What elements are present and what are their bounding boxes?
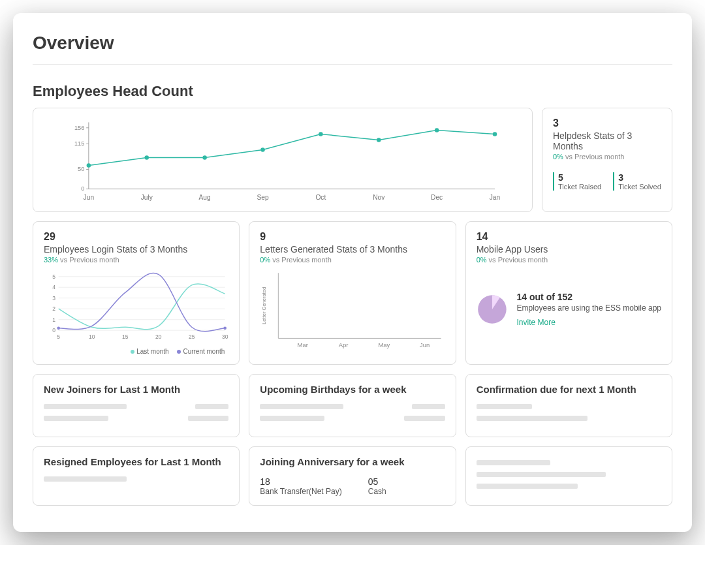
section-title: Employees Head Count bbox=[33, 83, 672, 100]
svg-text:4: 4 bbox=[52, 284, 55, 290]
pay-cash: 05 Cash bbox=[368, 476, 386, 496]
mobile-highlight: 14 out of 152 bbox=[517, 292, 661, 302]
anniversary-title: Joining Anniversary for a week bbox=[260, 456, 445, 467]
mobile-pie-row: 14 out of 152 Employees are using the ES… bbox=[477, 264, 661, 355]
svg-text:Letter Generated: Letter Generated bbox=[262, 287, 268, 324]
resigned-title: Resigned Employees for Last 1 Month bbox=[44, 456, 228, 467]
svg-point-45 bbox=[223, 327, 227, 330]
login-sub: 33% vs Previous month bbox=[44, 256, 228, 264]
svg-text:Aug: Aug bbox=[199, 194, 211, 201]
login-legend: Last month Current month bbox=[44, 345, 228, 355]
letters-card: 9 Letters Generated Stats of 3 Months 0%… bbox=[249, 221, 456, 365]
login-stats-card: 29 Employees Login Stats of 3 Months 33%… bbox=[33, 221, 240, 365]
mobile-value: 14 bbox=[477, 231, 661, 243]
helpdesk-label: Helpdesk Stats of 3 Months bbox=[553, 131, 661, 151]
svg-text:20: 20 bbox=[155, 333, 162, 340]
helpdesk-substats: 5 Ticket Raised 3 Ticket Solved bbox=[553, 172, 661, 191]
svg-text:May: May bbox=[379, 341, 390, 348]
svg-text:115: 115 bbox=[74, 140, 84, 147]
dashboard-page: Overview Employees Head Count 050115156J… bbox=[13, 13, 692, 532]
legend-dot-last bbox=[131, 350, 134, 354]
svg-point-16 bbox=[435, 128, 439, 132]
svg-text:Apr: Apr bbox=[339, 341, 349, 348]
anniversary-card: Joining Anniversary for a week 18 Bank T… bbox=[249, 446, 456, 506]
svg-point-14 bbox=[319, 132, 323, 136]
login-chart: 01234551015202530 bbox=[44, 264, 228, 345]
birthdays-card: Upcoming Birthdays for a week bbox=[249, 374, 456, 437]
login-label: Employees Login Stats of 3 Months bbox=[44, 244, 228, 255]
svg-text:Dec: Dec bbox=[431, 194, 443, 201]
svg-text:5: 5 bbox=[52, 273, 55, 280]
svg-text:July: July bbox=[141, 194, 153, 201]
svg-text:Oct: Oct bbox=[315, 194, 326, 201]
letters-value: 9 bbox=[260, 231, 445, 243]
invite-more-link[interactable]: Invite More bbox=[517, 318, 661, 327]
svg-point-13 bbox=[260, 147, 265, 152]
pay-row: 18 Bank Transfer(Net Pay) 05 Cash bbox=[260, 476, 445, 496]
confirmation-title: Confirmation due for next 1 Month bbox=[477, 384, 661, 395]
headcount-chart-card: 050115156JunJulyAugSepOctNovDecJan bbox=[33, 108, 533, 212]
row-stats: 29 Employees Login Stats of 3 Months 33%… bbox=[33, 221, 672, 365]
svg-text:Nov: Nov bbox=[373, 194, 385, 201]
svg-text:0: 0 bbox=[81, 185, 84, 192]
svg-text:Jun: Jun bbox=[84, 194, 95, 201]
mobile-pie-chart bbox=[477, 273, 508, 345]
confirmation-card: Confirmation due for next 1 Month bbox=[465, 374, 672, 437]
row-lower-2: Resigned Employees for Last 1 Month Join… bbox=[33, 446, 672, 506]
mobile-desc: Employees are using the ESS mobile app bbox=[517, 303, 661, 314]
svg-text:25: 25 bbox=[189, 333, 195, 340]
letters-sub: 0% vs Previous month bbox=[260, 256, 445, 264]
svg-text:1: 1 bbox=[52, 317, 55, 323]
ticket-raised: 5 Ticket Raised bbox=[553, 172, 601, 191]
helpdesk-sub: 0% vs Previous month bbox=[553, 153, 661, 161]
svg-text:5: 5 bbox=[57, 333, 60, 340]
svg-text:30: 30 bbox=[222, 333, 228, 340]
letters-label: Letters Generated Stats of 3 Months bbox=[260, 244, 445, 255]
mobile-pie-text: 14 out of 152 Employees are using the ES… bbox=[517, 292, 661, 327]
svg-text:50: 50 bbox=[78, 166, 84, 172]
helpdesk-value: 3 bbox=[553, 117, 661, 129]
svg-point-11 bbox=[144, 155, 149, 160]
svg-text:0: 0 bbox=[52, 327, 55, 333]
svg-text:2: 2 bbox=[52, 305, 55, 312]
page-title: Overview bbox=[33, 33, 672, 65]
svg-text:Sep: Sep bbox=[257, 194, 268, 201]
svg-text:10: 10 bbox=[89, 333, 95, 340]
birthdays-title: Upcoming Birthdays for a week bbox=[260, 384, 445, 395]
svg-point-44 bbox=[57, 327, 60, 330]
new-joiners-card: New Joiners for Last 1 Month bbox=[33, 374, 240, 437]
svg-text:15: 15 bbox=[122, 333, 129, 340]
mobile-sub: 0% vs Previous month bbox=[477, 256, 661, 264]
svg-point-10 bbox=[87, 163, 91, 168]
new-joiners-title: New Joiners for Last 1 Month bbox=[44, 384, 228, 395]
helpdesk-card: 3 Helpdesk Stats of 3 Months 0% vs Previ… bbox=[542, 108, 672, 212]
svg-text:Jun: Jun bbox=[420, 341, 430, 348]
pay-bank: 18 Bank Transfer(Net Pay) bbox=[260, 476, 341, 496]
login-value: 29 bbox=[44, 231, 228, 243]
mobile-card: 14 Mobile App Users 0% vs Previous month… bbox=[465, 221, 672, 365]
svg-text:Jan: Jan bbox=[490, 194, 501, 201]
svg-point-12 bbox=[202, 155, 207, 160]
svg-point-15 bbox=[377, 138, 381, 142]
row-headcount: 050115156JunJulyAugSepOctNovDecJan 3 Hel… bbox=[33, 108, 672, 212]
ticket-solved: 3 Ticket Solved bbox=[613, 172, 661, 191]
letters-chart: MarAprMayJunLetter Generated bbox=[260, 264, 445, 355]
headcount-chart: 050115156JunJulyAugSepOctNovDecJan bbox=[44, 117, 522, 202]
legend-dot-current bbox=[177, 350, 181, 354]
blank-card bbox=[465, 446, 672, 506]
resigned-card: Resigned Employees for Last 1 Month bbox=[33, 446, 240, 506]
svg-text:156: 156 bbox=[74, 125, 84, 131]
svg-text:Mar: Mar bbox=[298, 341, 308, 348]
svg-text:3: 3 bbox=[52, 295, 55, 302]
row-lower-1: New Joiners for Last 1 Month Upcoming Bi… bbox=[33, 374, 672, 437]
svg-point-17 bbox=[493, 132, 497, 136]
mobile-label: Mobile App Users bbox=[477, 244, 661, 255]
